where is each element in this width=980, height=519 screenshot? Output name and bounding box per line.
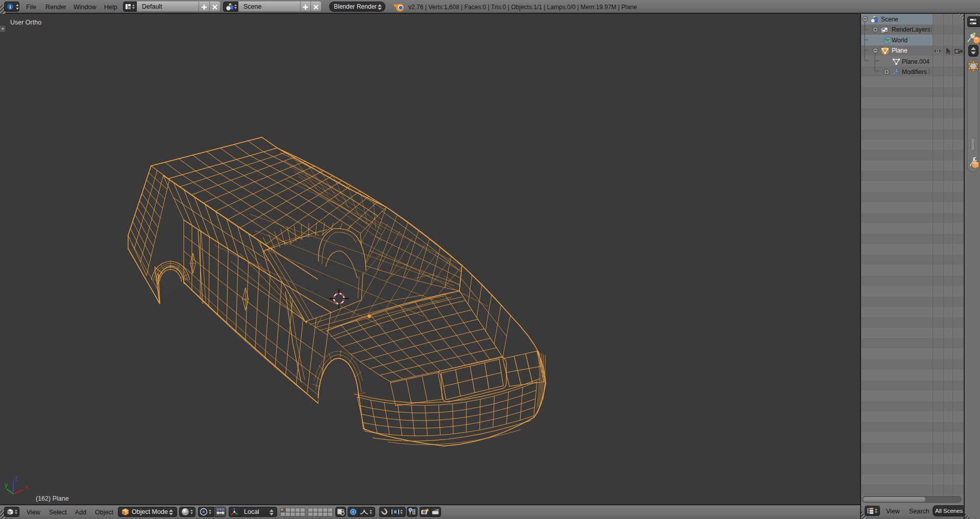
svg-text:y: y [5,481,8,488]
svg-text:z: z [15,475,18,482]
svg-text:x: x [25,483,29,490]
svg-text:i: i [10,4,11,10]
